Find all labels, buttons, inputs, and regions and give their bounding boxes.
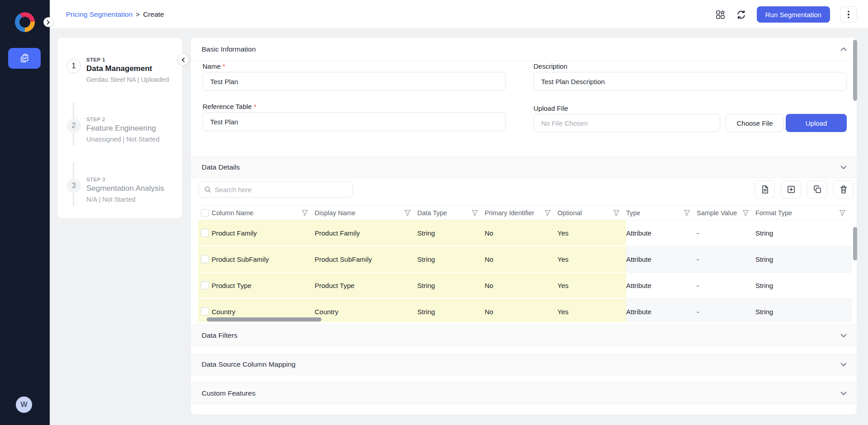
- refresh-icon[interactable]: [736, 9, 747, 20]
- chevron-down-icon[interactable]: [840, 165, 847, 170]
- section-data-filters[interactable]: Data Filters: [191, 325, 857, 346]
- filter-funnel-icon[interactable]: [544, 210, 551, 216]
- column-header[interactable]: Optional: [557, 206, 626, 220]
- column-header-label: Column Name: [212, 209, 254, 217]
- table-cell: String: [417, 220, 485, 246]
- table-cell: String: [755, 299, 852, 322]
- table-cell: Yes: [557, 220, 626, 246]
- chevron-down-icon[interactable]: [840, 363, 847, 367]
- name-input[interactable]: [203, 72, 506, 91]
- sidebar-expand-button[interactable]: [43, 17, 53, 27]
- table-cell: Attribute: [626, 299, 697, 322]
- table-row[interactable]: Product SubFamilyProduct SubFamilyString…: [198, 246, 852, 273]
- table-row[interactable]: Product TypeProduct TypeStringNoYesAttri…: [198, 273, 852, 299]
- section-custom-features[interactable]: Custom Features: [191, 382, 857, 404]
- upload-file-input[interactable]: [533, 114, 720, 132]
- page-scrollbar-thumb[interactable]: [853, 40, 857, 101]
- table-cell: Product SubFamily: [212, 246, 315, 273]
- section-data-details[interactable]: Data Details: [191, 156, 857, 178]
- table-cell: -: [697, 273, 755, 299]
- table-cell: Product Family: [212, 220, 315, 246]
- steps-collapse-button[interactable]: [177, 54, 189, 66]
- row-checkbox[interactable]: [201, 255, 209, 263]
- search-box[interactable]: [198, 181, 353, 198]
- filter-funnel-icon[interactable]: [472, 210, 478, 216]
- row-checkbox[interactable]: [201, 307, 209, 316]
- table-cell: Yes: [557, 299, 626, 322]
- user-avatar[interactable]: W: [16, 397, 32, 413]
- table-header-row: Column Name Display Name Data Type Prima…: [198, 205, 852, 220]
- table-toolbar: [755, 180, 854, 198]
- sidebar-item-segmentation[interactable]: [8, 48, 41, 69]
- brand-logo-icon: [15, 12, 35, 32]
- description-label: Description: [533, 62, 567, 70]
- table-cell: Attribute: [626, 273, 697, 299]
- select-all-checkbox[interactable]: [201, 209, 209, 217]
- table-cell: No: [485, 246, 557, 273]
- column-header-label: Type: [626, 209, 640, 217]
- row-select-cell: [198, 246, 212, 273]
- table-cell: Product Type: [212, 273, 315, 299]
- horizontal-scrollbar-thumb[interactable]: [207, 317, 321, 321]
- reference-table-input[interactable]: [203, 112, 506, 131]
- breadcrumb: Pricing Segmentation > Create: [66, 0, 164, 29]
- table-cell: Product Type: [315, 273, 417, 299]
- column-header[interactable]: Primary Identifier: [485, 206, 557, 220]
- widgets-favorite-icon[interactable]: [715, 9, 726, 20]
- view-file-button[interactable]: [755, 180, 775, 198]
- column-header-label: Optional: [557, 209, 582, 217]
- table-cell: String: [417, 273, 485, 299]
- filter-funnel-icon[interactable]: [839, 210, 846, 216]
- upload-button[interactable]: Upload: [786, 114, 847, 132]
- description-input[interactable]: [533, 72, 847, 91]
- column-header[interactable]: Type: [626, 206, 697, 220]
- name-label: Name *: [203, 62, 225, 70]
- filter-funnel-icon[interactable]: [742, 210, 749, 216]
- column-header-label: Sample Value: [697, 209, 737, 217]
- search-icon: [204, 186, 211, 193]
- run-segmentation-button[interactable]: Run Segmentation: [757, 6, 830, 23]
- column-header[interactable]: Display Name: [315, 206, 417, 220]
- section-title: Basic Information: [202, 45, 256, 53]
- step-title: Segmentation Analysis: [86, 184, 164, 193]
- breadcrumb-current: Create: [143, 10, 164, 19]
- chevron-left-icon: [181, 57, 185, 62]
- filter-funnel-icon[interactable]: [613, 210, 620, 216]
- more-options-button[interactable]: [840, 6, 857, 23]
- step-item-segmentation-analysis[interactable]: 3 STEP 3 Segmentation Analysis N/A | Not…: [66, 38, 164, 203]
- column-header[interactable]: Sample Value: [697, 206, 755, 220]
- row-checkbox[interactable]: [201, 229, 209, 237]
- table-cell: -: [697, 246, 755, 273]
- table-cell: String: [755, 246, 852, 273]
- breadcrumb-link[interactable]: Pricing Segmentation: [66, 10, 132, 19]
- row-checkbox[interactable]: [201, 281, 209, 289]
- chevron-down-icon[interactable]: [840, 334, 847, 338]
- steps-panel: 1 STEP 1 Data Management Gerdau Steel NA…: [57, 37, 183, 219]
- create-plan-panel: Basic Information Name * Description Ref…: [190, 37, 857, 415]
- table-cell: No: [485, 299, 557, 322]
- table-cell: Product Family: [315, 220, 417, 246]
- add-row-button[interactable]: [781, 180, 801, 198]
- chevron-up-icon[interactable]: [840, 47, 847, 51]
- data-table-body: Product FamilyProduct FamilyStringNoYesA…: [198, 220, 852, 322]
- chevron-down-icon[interactable]: [840, 392, 847, 396]
- copy-button[interactable]: [807, 180, 827, 198]
- column-header[interactable]: Format Type: [755, 206, 852, 220]
- section-data-source-column-mapping[interactable]: Data Source Column Mapping: [191, 354, 857, 375]
- table-row[interactable]: Product FamilyProduct FamilyStringNoYesA…: [198, 220, 852, 246]
- column-header-label: Primary Identifier: [485, 209, 534, 217]
- choose-file-button[interactable]: Choose File: [726, 114, 784, 132]
- search-input[interactable]: [215, 186, 347, 194]
- delete-button[interactable]: [833, 180, 854, 198]
- table-cell: String: [755, 220, 852, 246]
- filter-funnel-icon[interactable]: [302, 210, 308, 216]
- column-header[interactable]: Column Name: [212, 206, 315, 220]
- filter-funnel-icon[interactable]: [404, 210, 411, 216]
- clipboard-check-icon: [19, 53, 30, 64]
- filter-funnel-icon[interactable]: [684, 210, 690, 216]
- table-cell: No: [485, 273, 557, 299]
- section-basic-information[interactable]: Basic Information: [191, 38, 857, 61]
- table-scrollbar-thumb[interactable]: [853, 227, 857, 260]
- column-header[interactable]: Data Type: [417, 206, 485, 220]
- section-title: Data Filters: [202, 331, 237, 340]
